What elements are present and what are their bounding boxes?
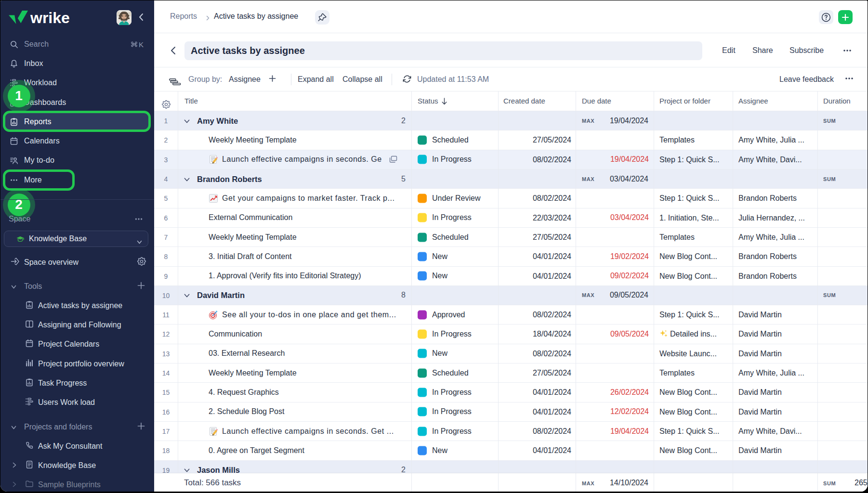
svg-text:wrike: wrike [30, 10, 70, 26]
